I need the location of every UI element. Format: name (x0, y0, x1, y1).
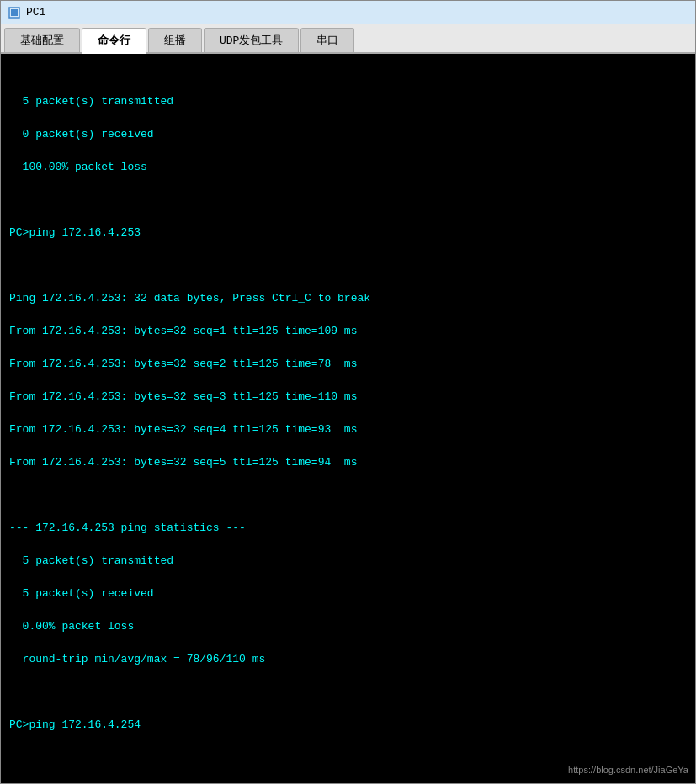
tab-serial[interactable]: 串口 (300, 28, 354, 52)
terminal-line (9, 192, 687, 209)
window-icon (8, 6, 21, 19)
terminal-line: --- 172.16.4.253 ping statistics --- (9, 520, 687, 537)
svg-rect-1 (11, 9, 18, 16)
tab-multicast[interactable]: 组播 (148, 28, 202, 52)
title-bar: PC1 (1, 1, 695, 24)
terminal-line: 0.00% packet loss (9, 618, 687, 635)
terminal-line (9, 684, 687, 701)
terminal-line: From 172.16.4.253: bytes=32 seq=2 ttl=12… (9, 356, 687, 373)
terminal-line: Ping 172.16.4.254: 32 data bytes, Press … (9, 782, 687, 783)
tab-basic-config[interactable]: 基础配置 (4, 28, 80, 52)
terminal-line: 5 packet(s) transmitted (9, 553, 687, 569)
window-title: PC1 (26, 6, 45, 19)
terminal-line: round-trip min/avg/max = 78/96/110 ms (9, 651, 687, 668)
terminal-line: 0 packet(s) received (9, 126, 687, 143)
terminal-line: From 172.16.4.253: bytes=32 seq=5 ttl=12… (9, 454, 687, 471)
terminal-line (9, 257, 687, 274)
terminal-line: From 172.16.4.253: bytes=32 seq=4 ttl=12… (9, 421, 687, 438)
terminal-line: Ping 172.16.4.253: 32 data bytes, Press … (9, 290, 687, 307)
terminal-line: 100.00% packet loss (9, 159, 687, 176)
terminal-line: PC>ping 172.16.4.254 (9, 717, 687, 734)
terminal-line: PC>ping 172.16.4.253 (9, 225, 687, 241)
terminal-line: From 172.16.4.253: bytes=32 seq=3 ttl=12… (9, 389, 687, 405)
terminal-line: 5 packet(s) received (9, 585, 687, 602)
tab-udp-tool[interactable]: UDP发包工具 (204, 28, 299, 52)
watermark: https://blog.csdn.net/JiaGeYa (568, 763, 688, 777)
terminal[interactable]: 5 packet(s) transmitted 0 packet(s) rece… (1, 54, 695, 783)
terminal-line: 5 packet(s) transmitted (9, 93, 687, 110)
terminal-line (9, 487, 687, 504)
terminal-line: From 172.16.4.253: bytes=32 seq=1 ttl=12… (9, 323, 687, 340)
window: PC1 基础配置 命令行 组播 UDP发包工具 串口 5 packet(s) t… (0, 0, 696, 784)
tab-bar: 基础配置 命令行 组播 UDP发包工具 串口 (1, 24, 695, 54)
tab-command-line[interactable]: 命令行 (82, 28, 146, 54)
